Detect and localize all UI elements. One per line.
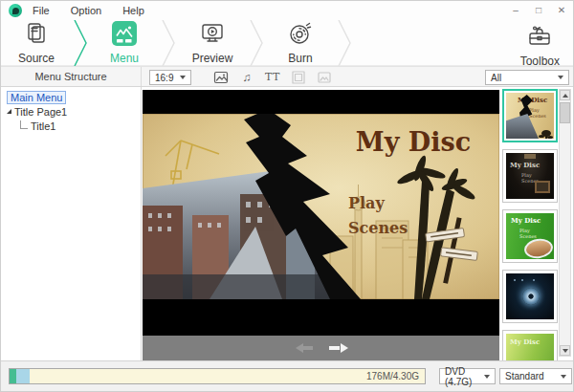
template-thumbnail-space-disc[interactable] [502,270,558,323]
window-controls: – □ ✕ [510,1,567,20]
next-arrow-shaft [329,346,340,350]
status-bar: 176M/4.30G DVD (4.7G) Standard [1,360,573,391]
chevron-down-icon [561,375,566,379]
menu-file[interactable]: File [22,1,60,20]
disc-title-text[interactable]: My Disc [327,127,499,157]
thumbnail-button-disabled [317,70,332,85]
thumb-disc-shape [522,288,540,305]
menu-tree: Main Menu Title Page1 Title1 [1,87,141,133]
app-window: File Option Help – □ ✕ Source Menu [0,0,574,392]
preview-icon [200,21,225,50]
maximize-button[interactable]: □ [533,1,544,20]
source-icon [24,21,49,50]
chevron-down-icon [558,76,563,79]
preview-screen: My Disc Play Scenes [143,90,499,336]
capacity-video-segment [16,369,30,383]
quality-value: Standard [505,371,544,381]
quality-select[interactable]: Standard [499,368,572,384]
tab-preview[interactable]: Preview [177,21,248,65]
tab-menu[interactable]: Menu [89,21,160,65]
step-separator [248,20,265,66]
step-separator [160,20,177,66]
music-note-icon: ♫ [243,70,252,85]
template-thumbnail-dark[interactable]: My Disc Play Scenes [502,149,558,203]
tree-item-title1[interactable]: Title1 [7,120,141,133]
header-row: Menu Structure 16:9 ♫ TT All [1,66,573,87]
tab-source-label: Source [18,52,55,65]
template-panel: My Disc Play Scenes My Disc Play Scenes [500,87,573,360]
thumb-frame-shape [535,181,550,193]
template-thumbnail-grass[interactable]: My Disc Play Scenes [502,209,558,263]
step-separator [336,20,353,66]
next-page-arrow[interactable] [329,343,348,353]
background-music-button[interactable]: ♫ [239,70,254,85]
scenes-button-text[interactable]: Scenes [348,219,408,237]
template-scrollbar[interactable] [559,89,571,357]
previous-arrow-shaft [302,346,313,350]
tree-item-main-menu[interactable]: Main Menu [7,91,141,104]
tab-burn[interactable]: Burn [265,21,336,65]
chevron-down-icon [484,375,490,379]
thumb-title: My Disc [511,217,541,225]
scroll-up-button[interactable] [560,90,570,100]
menu-structure-panel: Main Menu Title Page1 Title1 [1,87,142,360]
burn-disc-icon [288,21,313,50]
tab-menu-label: Menu [110,52,139,65]
template-thumbnail-travel[interactable]: My Disc Play Scenes [502,89,558,142]
app-logo-icon [9,4,22,17]
menu-preview-area: My Disc Play Scenes [143,87,499,360]
previous-page-arrow[interactable] [296,343,315,353]
next-arrow-icon [341,343,348,353]
dvd-menu-scene: My Disc Play Scenes [143,114,499,299]
scroll-down-icon [563,349,568,353]
tree-item-title-page[interactable]: Title Page1 [7,105,141,119]
thumb-items: Scenes [519,233,537,239]
tab-source[interactable]: Source [1,21,72,65]
step-separator-active [72,20,89,66]
play-button-text[interactable]: Play [348,194,385,212]
background-image-button[interactable] [213,70,229,85]
step-tabbar: Source Menu Preview Burn [1,20,573,66]
template-travel-preview: My Disc Play Scenes [506,93,554,139]
preview-navbar [143,336,499,360]
close-button[interactable]: ✕ [556,1,567,20]
text-settings-button[interactable]: TT [265,70,280,85]
menu-help[interactable]: Help [112,1,155,20]
capacity-menu-segment [10,369,16,383]
template-filter-select[interactable]: All [485,70,569,85]
frame-button-disabled [291,70,306,85]
tree-main-menu-label: Main Menu [7,91,66,104]
menu-structure-header: Menu Structure [1,67,142,86]
disc-type-value: DVD (4.7G) [445,366,479,387]
thumb-title: My Disc [510,338,540,346]
menu-toolbar: ♫ TT [213,70,332,85]
template-grass-preview: My Disc Play Scenes [506,213,554,259]
thumb-title: My Disc [510,162,540,169]
tab-toolbox[interactable]: Toolbox [520,24,560,68]
tree-title1-label: Title1 [31,120,56,132]
template-space-preview [506,273,554,319]
template-list: My Disc Play Scenes My Disc Play Scenes [502,89,558,390]
scroll-up-icon [563,94,568,98]
disc-capacity-bar: 176M/4.30G [9,368,426,384]
capacity-text: 176M/4.30G [366,371,419,381]
minimize-button[interactable]: – [510,1,521,20]
template-filter-value: All [491,73,501,83]
disc-type-select[interactable]: DVD (4.7G) [439,368,496,384]
template-dark-preview: My Disc Play Scenes [506,153,554,199]
thumb-emblem-shape [524,154,536,159]
scrollbar-thumb[interactable] [560,102,570,123]
menubar: File Option Help – □ ✕ [1,1,573,20]
tab-burn-label: Burn [288,52,312,65]
menu-templates-icon [112,21,137,50]
aspect-ratio-select[interactable]: 16:9 [149,70,191,85]
tree-connector [20,120,28,129]
scroll-down-button[interactable] [560,345,570,356]
thumb-palm-shape [541,130,551,137]
thumb-photo-oval [523,237,554,259]
menu-option[interactable]: Option [60,1,112,20]
tab-preview-label: Preview [192,52,233,65]
chevron-down-icon [180,76,186,79]
tree-expander-icon[interactable] [7,109,11,114]
thumb-stars-shape [514,279,548,281]
